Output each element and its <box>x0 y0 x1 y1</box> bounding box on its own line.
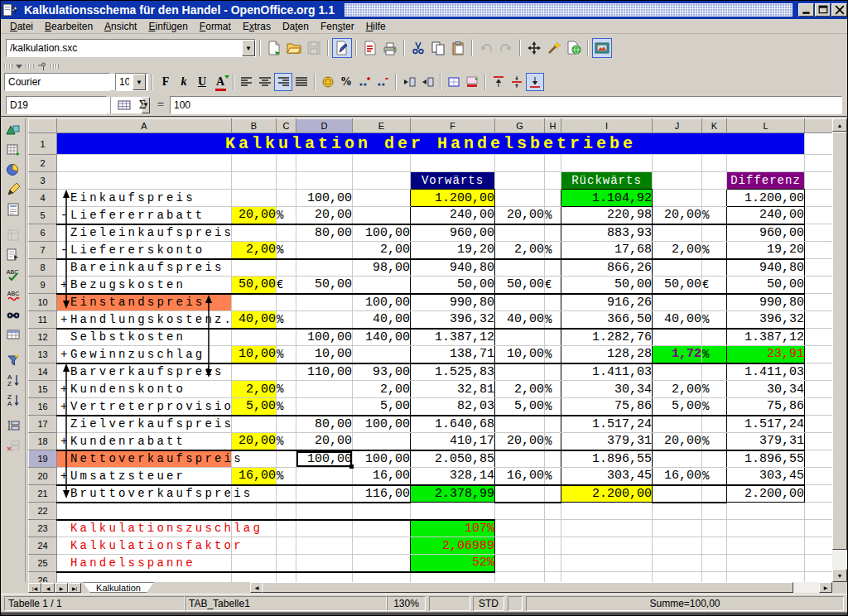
cell-B20[interactable]: 16,00 <box>232 468 277 485</box>
autofilter-button[interactable] <box>2 350 24 370</box>
background-color-button[interactable] <box>463 73 481 91</box>
cell-J4[interactable] <box>653 190 702 207</box>
menu-daten[interactable]: Daten <box>277 20 315 33</box>
cell-I15[interactable]: 30,34 <box>561 381 653 398</box>
cell-E4[interactable] <box>353 190 411 207</box>
borders-button[interactable] <box>445 73 463 91</box>
cell-K6[interactable] <box>702 224 727 242</box>
toolbar-grab-handle[interactable] <box>26 64 34 69</box>
underline-button[interactable]: U <box>193 73 211 91</box>
cell-J12[interactable] <box>653 329 702 346</box>
cell-H25[interactable] <box>545 555 561 572</box>
cell-A8[interactable]: Bareinkaufspreis <box>57 259 232 277</box>
scroll-up-button[interactable]: ▲ <box>832 118 847 132</box>
cell-D11[interactable] <box>296 311 353 329</box>
name-box[interactable]: ▼ <box>6 96 107 114</box>
row-header-7[interactable]: 7 <box>29 242 57 259</box>
cell-K18[interactable]: % <box>702 433 727 450</box>
cell-J26[interactable] <box>653 572 702 583</box>
cell-L16[interactable]: 75,86 <box>727 398 805 416</box>
cell-M8[interactable] <box>805 259 833 277</box>
row-header-11[interactable]: 11 <box>29 311 57 329</box>
cell-B18[interactable]: 20,00 <box>232 433 277 450</box>
menu-bearbeiten[interactable]: Bearbeiten <box>39 20 99 33</box>
cell-I4[interactable]: 1.104,92 <box>561 190 653 207</box>
menu-hilfe[interactable]: Hilfe <box>360 20 392 33</box>
cell-A17[interactable]: Zielverkaufspreis <box>57 416 232 433</box>
menu-einfgen[interactable]: Einfügen <box>142 20 193 33</box>
cell-L11[interactable]: 396,32 <box>727 311 805 329</box>
cell-C14[interactable] <box>277 363 296 381</box>
cell-J14[interactable] <box>653 363 702 381</box>
cell-B9[interactable]: 50,00 <box>232 277 277 294</box>
row-header-16[interactable]: 16 <box>29 398 57 416</box>
cell-E2[interactable] <box>353 155 411 172</box>
row-header-9[interactable]: 9 <box>29 277 57 294</box>
cell-M7[interactable] <box>805 242 833 259</box>
row-header-5[interactable]: 5 <box>29 207 57 224</box>
cell-D2[interactable] <box>296 155 353 172</box>
cell-H23[interactable] <box>545 520 561 537</box>
cell-H8[interactable] <box>545 259 561 277</box>
cell-C10[interactable] <box>277 294 296 311</box>
cell-F24[interactable]: 2,06989 <box>411 537 495 555</box>
cell-M18[interactable] <box>805 433 833 450</box>
currency-format-button[interactable] <box>319 73 337 91</box>
cell-I13[interactable]: 128,28 <box>561 346 653 363</box>
cell-F6[interactable]: 960,00 <box>411 224 495 242</box>
cell-C22[interactable] <box>277 503 296 520</box>
cell-I3[interactable]: Rückwärts <box>561 172 653 190</box>
cell-B8[interactable] <box>232 259 277 277</box>
cell-J8[interactable] <box>653 259 702 277</box>
cell-I17[interactable]: 1.517,24 <box>561 416 653 433</box>
cell-E15[interactable]: 2,00 <box>353 381 411 398</box>
cell-K21[interactable] <box>702 485 727 503</box>
form-functions-button[interactable] <box>2 200 24 219</box>
cell-E12[interactable]: 140,00 <box>353 329 411 346</box>
cell-B24[interactable] <box>232 537 277 555</box>
column-header-L[interactable]: L <box>727 119 805 133</box>
align-bottom-button[interactable] <box>526 73 544 91</box>
cell-J23[interactable] <box>653 520 702 537</box>
cell-B25[interactable] <box>232 555 277 572</box>
cell-G3[interactable] <box>495 172 545 190</box>
cell-E25[interactable] <box>353 555 411 572</box>
row-header-6[interactable]: 6 <box>29 224 57 242</box>
cell-M20[interactable] <box>805 468 833 485</box>
cell-B13[interactable]: 10,00 <box>232 346 277 363</box>
menu-datei[interactable]: Datei <box>4 20 39 33</box>
cell-L20[interactable]: 303,45 <box>727 468 805 485</box>
row-header-4[interactable]: 4 <box>29 190 57 207</box>
cell-C2[interactable] <box>277 155 296 172</box>
menu-ansicht[interactable]: Ansicht <box>99 20 142 33</box>
cell-J11[interactable]: 40,00 <box>653 311 702 329</box>
autoformat-button[interactable] <box>2 225 24 245</box>
toolbar-collapse-icon[interactable] <box>16 65 22 69</box>
cell-A6[interactable]: Zieleinkaufspreis <box>57 224 232 242</box>
cell-B23[interactable] <box>232 520 277 537</box>
cell-D20[interactable] <box>296 468 353 485</box>
cell-H19[interactable] <box>545 450 561 468</box>
redo-button[interactable] <box>496 38 516 58</box>
cell-M10[interactable] <box>805 294 833 311</box>
cell-H26[interactable] <box>545 572 561 583</box>
cell-C6[interactable] <box>277 224 296 242</box>
cell-L8[interactable]: 940,80 <box>727 259 805 277</box>
menu-fenster[interactable]: Fenster <box>315 20 360 33</box>
cell-E26[interactable] <box>353 572 411 583</box>
cell-D12[interactable]: 100,00 <box>296 329 353 346</box>
cell-K14[interactable] <box>702 363 727 381</box>
insert-object-button[interactable] <box>2 120 24 140</box>
cell-J19[interactable] <box>653 450 702 468</box>
cell-I5[interactable]: 220,98 <box>561 207 653 224</box>
cell-I26[interactable] <box>561 572 653 583</box>
cell-C13[interactable]: % <box>277 346 296 363</box>
row-header-1[interactable]: 1 <box>29 133 57 155</box>
cell-K20[interactable]: % <box>702 468 727 485</box>
column-header-I[interactable]: I <box>561 119 653 133</box>
cell-F4[interactable]: 1.200,00 <box>411 190 495 207</box>
styles-button[interactable] <box>2 245 24 265</box>
cell-E24[interactable] <box>353 537 411 555</box>
cell-I16[interactable]: 75,86 <box>561 398 653 416</box>
toolbar-grab-handle[interactable] <box>4 64 12 69</box>
